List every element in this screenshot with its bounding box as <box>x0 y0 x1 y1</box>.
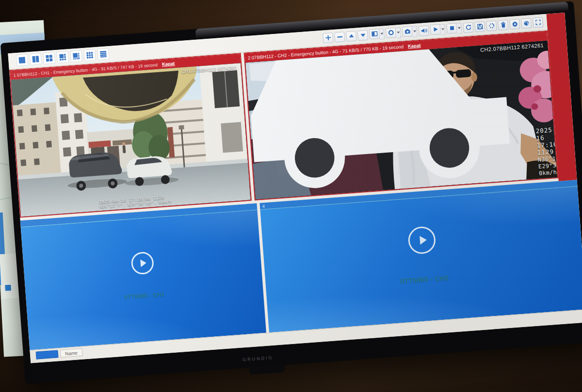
play-button[interactable] <box>430 24 440 34</box>
fullscreen-button[interactable] <box>533 17 543 28</box>
delete-button[interactable] <box>498 19 508 30</box>
fullscreen-icon <box>534 19 542 26</box>
video-cell-3[interactable]: 07T5060 - CH1 <box>20 204 266 350</box>
sync-button[interactable] <box>486 20 497 31</box>
ptz-dropdown[interactable] <box>396 27 402 38</box>
palette-icon <box>523 19 530 27</box>
status-tab-active[interactable] <box>36 350 59 359</box>
save-icon <box>476 23 484 30</box>
osd-overlay-ch2: 2025-06-16 17:16:06 1129 N36°12'7". E29°… <box>245 41 557 198</box>
cell4-index-badge: 4 <box>262 204 265 208</box>
status-tab-name[interactable]: Name <box>60 348 82 358</box>
refresh-icon <box>465 24 472 31</box>
zoom-in-button[interactable] <box>323 32 333 43</box>
split-16-button[interactable] <box>97 48 110 61</box>
snapshot-dropdown[interactable] <box>412 26 418 37</box>
osd-gps-ch2: N36°12'7". E29°38'16". 0km/h <box>538 154 558 177</box>
idle-label-ch1: 07T5060 - CH1 <box>124 291 165 300</box>
split-6-icon <box>59 53 67 61</box>
page-up-icon <box>348 32 355 40</box>
split-4-button[interactable] <box>43 52 55 64</box>
split-9-icon <box>86 51 94 59</box>
refresh-button[interactable] <box>463 22 473 32</box>
page-down-button[interactable] <box>357 30 368 40</box>
ptz-button[interactable] <box>386 27 396 38</box>
cell3-idle-panel: 07T5060 - CH1 <box>21 210 266 350</box>
audio-icon <box>420 27 427 34</box>
play-icon <box>432 26 439 33</box>
window-layout-dropdown[interactable] <box>379 28 385 40</box>
play-dropdown[interactable] <box>440 24 446 35</box>
live-video-ch1[interactable]: CH1.07BBH112 6274261 2025-06-16 17:16:06… <box>11 63 250 217</box>
play-video-button-ch1[interactable] <box>130 251 154 275</box>
map-marker-icon <box>5 285 11 291</box>
cell4-idle-panel: 07T5060 - CH2 <box>260 187 582 332</box>
split-8-icon <box>72 52 81 60</box>
split-6-button[interactable] <box>56 51 69 63</box>
page-down-icon <box>359 31 367 39</box>
ptz-icon <box>387 29 394 36</box>
color-palette-button[interactable] <box>521 18 532 29</box>
stop-button[interactable] <box>446 23 457 33</box>
stop-icon <box>448 25 455 32</box>
window-layout-button[interactable] <box>369 29 380 39</box>
play-video-button-ch2[interactable] <box>407 225 436 254</box>
video-cell-1[interactable]: 1 07BBH112 - CH1 - Emergency button - 4G… <box>9 53 252 218</box>
car-icon <box>245 41 536 199</box>
audio-button[interactable] <box>418 25 429 36</box>
split-1-button[interactable] <box>16 54 29 66</box>
monitor-bezel: 1 07BBH112 - CH1 - Emergency button - 4G… <box>0 1 582 384</box>
zoom-out-button[interactable] <box>334 31 345 42</box>
snapshot-button[interactable] <box>402 26 412 37</box>
split-1-icon <box>18 56 26 64</box>
gear-icon <box>511 20 518 28</box>
window-layout-icon <box>371 30 378 37</box>
cms-application-window: 1 07BBH112 - CH1 - Emergency button - 4G… <box>8 13 582 363</box>
zoom-in-icon <box>324 34 332 41</box>
settings-button[interactable] <box>509 18 520 29</box>
split-4-icon <box>45 54 53 62</box>
sync-icon <box>488 22 495 30</box>
trash-icon <box>500 21 507 29</box>
zoom-out-icon <box>336 33 343 41</box>
split-8-button[interactable] <box>70 50 82 63</box>
snapshot-icon <box>404 28 411 35</box>
split-2-icon <box>32 55 40 63</box>
split-9-button[interactable] <box>83 49 96 62</box>
monitor-brand-label: GRUNDIG <box>242 355 274 362</box>
video-cell-2[interactable]: 2 07BBH112 - CH2 - Emergency button - 4G… <box>243 31 558 201</box>
alarm-close-link-ch1[interactable]: Kapat <box>162 61 175 67</box>
stop-dropdown[interactable] <box>456 22 462 34</box>
save-button[interactable] <box>474 21 485 32</box>
page-up-button[interactable] <box>346 31 356 41</box>
idle-label-ch2: 07T5060 - CH2 <box>400 274 449 284</box>
live-video-ch2[interactable]: CH2.07BBH112 6274261 2025-06-16 17:16:06… <box>245 41 557 200</box>
osd-timestamp-ch2: 2025-06-16 17:16:06 1129 <box>535 125 557 157</box>
split-16-icon <box>99 50 107 58</box>
split-2-button[interactable] <box>30 53 42 65</box>
alarm-close-link-ch2[interactable]: Kapat <box>408 43 421 49</box>
video-cell-4[interactable]: 4 07T5060 - CH2 <box>260 180 582 332</box>
